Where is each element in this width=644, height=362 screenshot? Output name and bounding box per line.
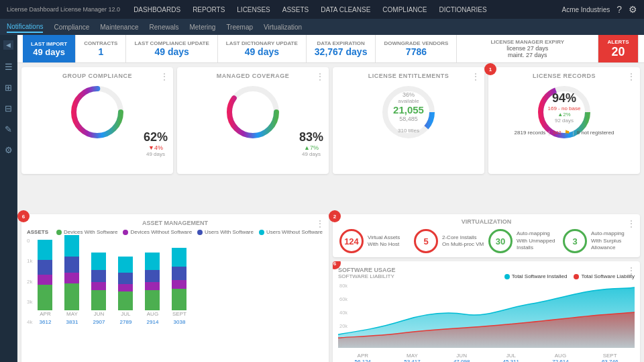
bar-seg-2	[172, 267, 186, 280]
layout: ◀ ☰ ⊞ ⊟ ✎ ⚙ LAST IMPORT 49 days CONTRACT…	[0, 35, 644, 362]
nav-data-cleanse[interactable]: DATA CLEANSE	[321, 3, 370, 16]
group-compliance-menu[interactable]: ⋮	[160, 71, 169, 82]
contracts-value: 1	[98, 46, 103, 57]
last-dictionary-value: 49 days	[245, 46, 279, 57]
bar-seg-0	[145, 290, 160, 310]
entitlements-titles: 310 titles	[398, 128, 419, 134]
downgrade-vendors-value: 7786	[406, 46, 427, 57]
managed-coverage-donut	[223, 82, 283, 142]
svg-text:80k: 80k	[339, 283, 347, 289]
bar-seg-1	[38, 275, 52, 285]
legend-dot-4	[259, 230, 264, 235]
virt-label: Auto-mapping With Unmapped Installs	[517, 230, 559, 251]
subnav-notifications[interactable]: Notifications	[7, 21, 43, 33]
contracts-item: CONTRACTS 1	[76, 35, 126, 62]
last-import-label: LAST IMPORT	[31, 41, 67, 47]
subnav-metering[interactable]: Metering	[189, 22, 215, 32]
last-compliance-value: 49 days	[154, 46, 189, 57]
bar-seg-3	[172, 248, 186, 267]
license-records-flagged: 342	[552, 130, 561, 136]
virt-label: 2-Core Installs On Multi-proc VM	[442, 234, 484, 248]
managed-coverage-percent: 83%	[299, 130, 323, 144]
sidebar-icon-3[interactable]: ⊟	[3, 101, 14, 116]
alerts-label: ALERTS	[608, 39, 629, 45]
bottom-row: 6 ⋮ ASSET MANAGEMENT ASSETS Devices With…	[17, 214, 644, 362]
sw-month: APR56,124	[355, 351, 371, 362]
software-liability-label: SOFTWARE LIABILITY	[338, 273, 394, 279]
settings-icon[interactable]: ⚙	[629, 4, 637, 15]
sidebar-icon-1[interactable]: ☰	[3, 60, 15, 74]
bar-seg-1	[118, 284, 133, 291]
sidebar: ◀ ☰ ⊞ ⊟ ✎ ⚙	[0, 35, 17, 362]
license-records-menu[interactable]: ⋮	[627, 71, 636, 82]
nav-dashboards[interactable]: DASHBOARDS	[133, 3, 180, 16]
alerts-item[interactable]: ALERTS 20	[598, 35, 639, 62]
license-expiry-item: LICENSE MANAGER EXPIRY license 27 days m…	[457, 35, 598, 62]
nav-compliance[interactable]: COMPLIANCE	[382, 3, 427, 16]
license-entitlements-title: LICENSE ENTITLEMENTS	[368, 73, 449, 79]
sub-nav: Notifications Compliance Maintenance Ren…	[0, 19, 644, 35]
subnav-compliance[interactable]: Compliance	[54, 22, 89, 32]
status-bar: LAST IMPORT 49 days CONTRACTS 1 LAST COM…	[17, 35, 644, 63]
sidebar-collapse[interactable]: ◀	[3, 40, 13, 50]
virt-item: 124 Virtual Assets With No Host	[339, 229, 410, 253]
last-import-value: 49 days	[33, 47, 65, 57]
legend-users-software: Users With Software	[197, 229, 254, 235]
sidebar-icon-4[interactable]: ✎	[3, 122, 14, 136]
sw-month: MAY53,417	[404, 351, 420, 362]
cards-row: GROUP COMPLIANCE ⋮	[17, 63, 644, 214]
legend-dot-3	[197, 230, 203, 235]
entitlements-total: 58,485	[393, 116, 424, 122]
bar-seg-2	[91, 270, 106, 282]
license-expiry-label: LICENSE MANAGER EXPIRY	[490, 39, 564, 45]
legend-dot-1	[56, 230, 62, 235]
managed-coverage-menu[interactable]: ⋮	[315, 71, 325, 82]
group-compliance-title: GROUP COMPLIANCE	[62, 73, 132, 79]
asset-management-badge: 6	[17, 210, 30, 222]
sidebar-icon-2[interactable]: ⊞	[3, 81, 14, 95]
virtualization-row: 124 Virtual Assets With No Host 5 2-Core…	[339, 229, 633, 253]
virt-circle: 3	[563, 229, 587, 253]
alerts-value: 20	[611, 45, 625, 59]
bar-seg-2	[145, 270, 160, 282]
top-nav: License Dashboard License Manager 12.0 D…	[0, 0, 644, 19]
bar-seg-0	[91, 290, 106, 310]
virtualization-badge: 2	[329, 210, 341, 222]
entitlements-available-label: 36%	[393, 91, 424, 98]
last-dictionary-label: LAST DICTIONARY UPDATE	[226, 40, 298, 46]
nav-assets[interactable]: ASSETS	[282, 3, 309, 16]
bar-seg-0	[118, 291, 133, 310]
nav-reports[interactable]: REPORTS	[193, 3, 225, 16]
sidebar-icon-5[interactable]: ⚙	[3, 143, 15, 157]
bar-seg-3	[118, 257, 133, 273]
software-legend: Total Software Installed Total Software …	[504, 273, 635, 279]
license-entitlements-menu[interactable]: ⋮	[471, 71, 480, 82]
subnav-maintenance[interactable]: Maintenance	[100, 22, 138, 32]
company-selector[interactable]: Acme Industries	[562, 6, 610, 13]
subnav-renewals[interactable]: Renewals	[150, 22, 179, 32]
app-title: License Dashboard License Manager 12.0	[7, 6, 120, 13]
nav-licenses[interactable]: LICENSES	[237, 3, 270, 16]
bar-seg-1	[91, 282, 106, 290]
license-records-percent: 94%	[548, 91, 581, 105]
sw-month: JUL45,311	[503, 351, 519, 362]
bar-group-sept: SEPT3038	[172, 223, 186, 325]
software-usage-menu[interactable]: ⋮	[627, 265, 636, 276]
virt-circle: 30	[488, 229, 513, 253]
bar-seg-0	[172, 289, 186, 310]
asset-y-axis: 4k 3k 2k 1k 0	[27, 238, 35, 325]
help-icon[interactable]: ?	[616, 4, 622, 15]
subnav-virtualization[interactable]: Virtualization	[264, 22, 302, 32]
group-compliance-percent: 62%	[144, 130, 168, 144]
subnav-treemap[interactable]: Treemap	[226, 22, 253, 32]
last-import-item: LAST IMPORT 49 days	[23, 35, 76, 62]
bar-seg-3	[91, 253, 106, 270]
virtualization-menu[interactable]: ⋮	[627, 218, 636, 229]
nav-dictionaries[interactable]: DICTIONARIES	[439, 3, 486, 16]
sw-dot-installed	[504, 274, 510, 279]
license-records-not-registered: 8 not registered	[577, 130, 614, 136]
virtualization-title: VIRTUALIZATION	[339, 218, 633, 225]
virt-label: Virtual Assets With No Host	[368, 234, 410, 248]
asset-management-card: 6 ⋮ ASSET MANAGEMENT ASSETS Devices With…	[21, 214, 329, 362]
asset-management-menu[interactable]: ⋮	[315, 218, 325, 229]
